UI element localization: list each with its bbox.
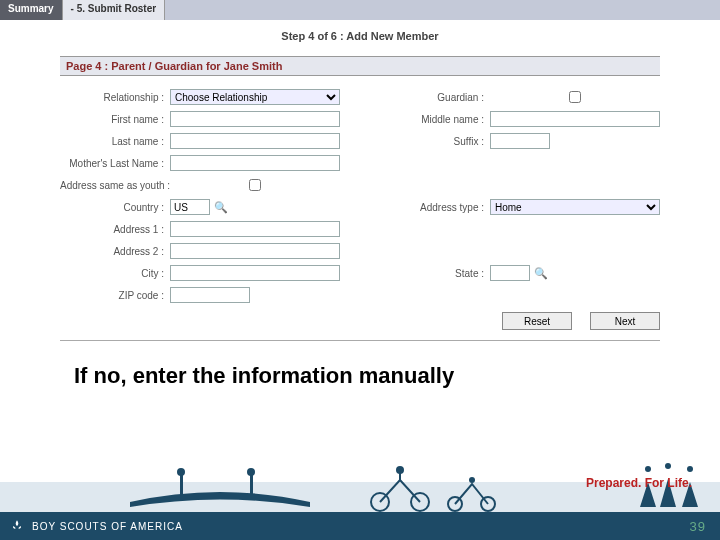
brand-text: BOY SCOUTS OF AMERICA [32, 521, 183, 532]
guardian-checkbox[interactable] [569, 91, 581, 103]
tab-submit-roster[interactable]: - 5. Submit Roster [63, 0, 166, 20]
address1-input[interactable] [170, 221, 340, 237]
relationship-select[interactable]: Choose Relationship [170, 89, 340, 105]
page-number: 39 [690, 519, 706, 534]
first-name-input[interactable] [170, 111, 340, 127]
tagline: Prepared. For Life. [586, 476, 692, 490]
label-city: City : [60, 268, 170, 279]
svg-point-3 [247, 468, 255, 476]
address-type-select[interactable]: Home [490, 199, 660, 215]
middle-name-input[interactable] [490, 111, 660, 127]
silhouette-bike-icon [360, 462, 450, 512]
slide-caption: If no, enter the information manually [0, 345, 720, 389]
search-icon[interactable]: 🔍 [214, 201, 228, 214]
label-address-type: Address type : [380, 202, 490, 213]
footer: Prepared. For Life. BOY SCOUTS OF AMERIC… [0, 452, 720, 540]
address2-input[interactable] [170, 243, 340, 259]
label-zip: ZIP code : [60, 290, 170, 301]
label-address2: Address 2 : [60, 246, 170, 257]
label-last-name: Last name : [60, 136, 170, 147]
svg-point-11 [665, 463, 671, 469]
label-suffix: Suffix : [380, 136, 490, 147]
country-input[interactable] [170, 199, 210, 215]
label-same-address: Address same as youth : [60, 180, 170, 191]
label-guardian: Guardian : [380, 92, 490, 103]
brand-bar: BOY SCOUTS OF AMERICA 39 [0, 512, 720, 540]
wizard-tabs: Summary - 5. Submit Roster [0, 0, 720, 20]
mother-last-input[interactable] [170, 155, 340, 171]
page-heading: Page 4 : Parent / Guardian for Jane Smit… [60, 56, 660, 76]
label-relationship: Relationship : [60, 92, 170, 103]
label-state: State : [380, 268, 490, 279]
search-icon[interactable]: 🔍 [534, 267, 548, 280]
same-address-checkbox[interactable] [249, 179, 261, 191]
form-grid: Relationship : Choose Relationship Guard… [60, 86, 660, 306]
silhouette-bike2-icon [440, 462, 510, 512]
step-title: Step 4 of 6 : Add New Member [0, 20, 720, 48]
svg-point-12 [687, 466, 693, 472]
svg-point-9 [469, 477, 475, 483]
next-button[interactable]: Next [590, 312, 660, 330]
silhouette-canoe-icon [120, 462, 320, 512]
label-address1: Address 1 : [60, 224, 170, 235]
svg-point-10 [645, 466, 651, 472]
fleur-de-lis-icon [10, 519, 24, 533]
zip-input[interactable] [170, 287, 250, 303]
reset-button[interactable]: Reset [502, 312, 572, 330]
label-mother-last: Mother's Last Name : [60, 158, 170, 169]
svg-point-2 [177, 468, 185, 476]
city-input[interactable] [170, 265, 340, 281]
divider [60, 340, 660, 341]
tab-summary[interactable]: Summary [0, 0, 63, 20]
svg-point-6 [396, 466, 404, 474]
last-name-input[interactable] [170, 133, 340, 149]
skyline-graphic: Prepared. For Life. [0, 452, 720, 512]
label-middle-name: Middle name : [380, 114, 490, 125]
state-input[interactable] [490, 265, 530, 281]
label-country: Country : [60, 202, 170, 213]
label-first-name: First name : [60, 114, 170, 125]
suffix-input[interactable] [490, 133, 550, 149]
